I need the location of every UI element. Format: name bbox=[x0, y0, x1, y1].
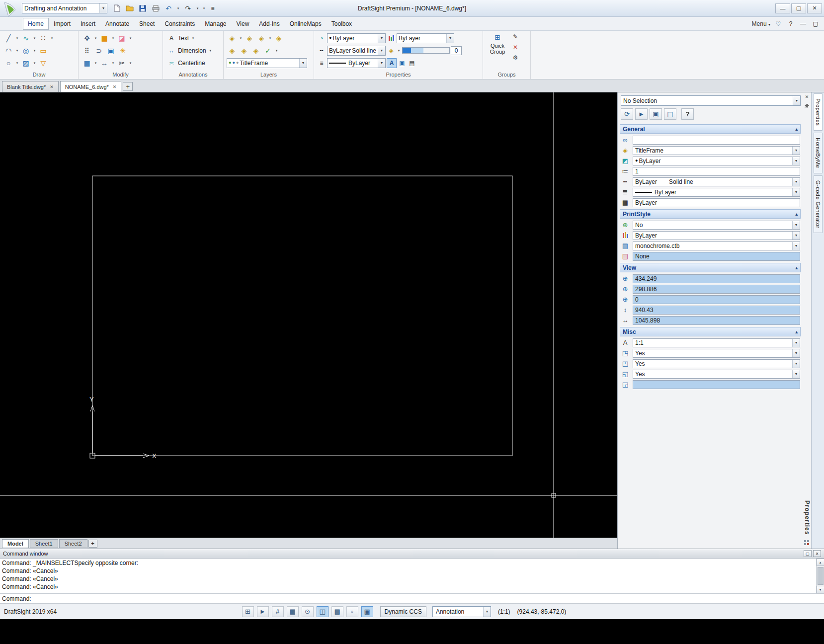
layer-tools-dropdown-icon[interactable]: ▾ bbox=[397, 46, 401, 56]
palette-tab-properties[interactable]: Properties bbox=[814, 93, 823, 131]
select-window-button[interactable]: ▣ bbox=[650, 108, 662, 120]
section-header-view[interactable]: View ▴ bbox=[620, 263, 801, 272]
minimize-button[interactable]: — bbox=[775, 3, 790, 13]
quick-select-button[interactable]: ▤ bbox=[664, 108, 676, 120]
lineweight-combo[interactable]: ByLayer ▾ bbox=[397, 33, 454, 43]
float-window-icon[interactable]: ▢ bbox=[804, 550, 812, 557]
printstyle-table-combo[interactable]: monochrome.ctb▾ bbox=[633, 242, 800, 250]
chevron-down-icon[interactable]: ▾ bbox=[378, 59, 385, 68]
ellipse-tool-button[interactable]: ◎ bbox=[20, 45, 31, 56]
layer-lock-button[interactable]: ◈ bbox=[250, 45, 261, 56]
layers-manager-button[interactable]: ◈ bbox=[227, 33, 238, 44]
print-button[interactable] bbox=[150, 3, 161, 14]
hatch-tool-button[interactable]: ▨ bbox=[20, 58, 31, 69]
palette-tab-gcode-generator[interactable]: G-code Generator bbox=[814, 175, 823, 234]
undo-dropdown-icon[interactable]: ▾ bbox=[176, 3, 180, 13]
chevron-down-icon[interactable]: ▾ bbox=[792, 188, 800, 196]
chevron-down-icon[interactable]: ▾ bbox=[792, 370, 800, 378]
section-header-misc[interactable]: Misc ▴ bbox=[620, 327, 801, 336]
redo-dropdown-icon[interactable]: ▾ bbox=[195, 3, 200, 13]
chevron-down-icon[interactable]: ▾ bbox=[792, 349, 800, 357]
restore-button[interactable]: ▢ bbox=[791, 3, 806, 13]
trim-tool-button[interactable]: ✂ bbox=[116, 58, 127, 69]
layer-isolate-dropdown-icon[interactable]: ▾ bbox=[268, 33, 272, 43]
palette-help-button[interactable]: ? bbox=[681, 108, 694, 120]
erase-tool-button[interactable]: ◪ bbox=[116, 33, 127, 44]
group-settings-button[interactable]: ⚙ bbox=[511, 53, 520, 63]
tab-view[interactable]: View bbox=[232, 18, 254, 30]
lineweight-list-icon[interactable]: ≡ bbox=[317, 58, 326, 68]
workspace-combo[interactable]: Drafting and Annotation ▾ bbox=[22, 3, 107, 13]
layer-state-check-icon[interactable]: ✓ bbox=[262, 45, 273, 56]
circle-tool-button[interactable]: ○ bbox=[3, 58, 14, 69]
chevron-down-icon[interactable]: ▾ bbox=[792, 147, 800, 155]
close-palette-icon[interactable]: ✕ bbox=[804, 93, 811, 100]
chevron-down-icon[interactable]: ▾ bbox=[792, 178, 800, 186]
scroll-up-icon[interactable]: ▴ bbox=[817, 559, 824, 566]
active-layer-combo[interactable]: ● ● ● TitleFrame ▾ bbox=[227, 58, 307, 68]
line-color-combo[interactable]: ●ByLayer▾ bbox=[633, 157, 800, 165]
annotation-list-button[interactable]: ▤ bbox=[408, 58, 416, 68]
ellipse-dropdown-icon[interactable]: ▾ bbox=[32, 46, 37, 56]
palette-options-icon[interactable] bbox=[804, 540, 811, 547]
tab-onlinemaps[interactable]: OnlineMaps bbox=[285, 18, 327, 30]
lineweight-slider[interactable] bbox=[402, 47, 450, 54]
sheet-tab-sheet1[interactable]: Sheet1 bbox=[30, 539, 58, 548]
tab-toolbox[interactable]: Toolbox bbox=[327, 18, 357, 30]
lineweight2-combo[interactable]: ByLayer ▾ bbox=[327, 58, 386, 68]
collapse-icon[interactable]: ▴ bbox=[795, 265, 798, 270]
command-history[interactable]: Command: _MAINSELECTSpecify opposite cor… bbox=[0, 559, 824, 594]
polygon-tool-button[interactable]: ▽ bbox=[38, 58, 49, 69]
scroll-down-icon[interactable]: ▾ bbox=[817, 586, 824, 593]
scrollbar-thumb[interactable] bbox=[818, 567, 824, 585]
ucs-per-view-combo[interactable]: Yes▾ bbox=[633, 370, 800, 379]
chevron-down-icon[interactable]: ▾ bbox=[446, 34, 454, 43]
point-dropdown-icon[interactable]: ▾ bbox=[50, 33, 54, 43]
tab-sheet[interactable]: Sheet bbox=[134, 18, 160, 30]
layer-freeze-button[interactable]: ◈ bbox=[273, 33, 284, 44]
chevron-down-icon[interactable]: ▾ bbox=[483, 607, 491, 617]
layer-tools-icon[interactable]: ◈ bbox=[387, 46, 396, 56]
layer-show-button[interactable]: ◈ bbox=[239, 45, 249, 56]
edit-pattern-tool-button[interactable]: ⠿ bbox=[82, 45, 92, 56]
pattern-dropdown-icon[interactable]: ▾ bbox=[93, 58, 98, 68]
section-header-printstyle[interactable]: PrintStyle ▴ bbox=[620, 209, 801, 219]
grid-toggle[interactable]: # bbox=[272, 606, 284, 617]
erase-dropdown-icon[interactable]: ▾ bbox=[128, 33, 133, 43]
chevron-down-icon[interactable]: ▾ bbox=[792, 232, 800, 240]
new-file-button[interactable] bbox=[111, 3, 122, 14]
trim-dropdown-icon[interactable]: ▾ bbox=[128, 58, 133, 68]
pin-icon[interactable] bbox=[804, 102, 811, 109]
pattern-tool-button[interactable]: ▦ bbox=[82, 58, 92, 69]
lineweight-display-toggle[interactable]: ▣ bbox=[361, 606, 373, 617]
arc-dropdown-icon[interactable]: ▾ bbox=[15, 46, 19, 56]
properties-painter-button[interactable]: ▣ bbox=[105, 45, 116, 56]
centerline-tool-button[interactable]: ≍ Centerline bbox=[166, 58, 206, 68]
close-button[interactable]: ✕ bbox=[807, 3, 822, 13]
snap-mode-toggle[interactable]: ▦ bbox=[287, 606, 299, 617]
lineweight-number[interactable]: 0 bbox=[451, 46, 462, 55]
dimension-dropdown-icon[interactable]: ▾ bbox=[208, 46, 213, 56]
tab-manage[interactable]: Manage bbox=[200, 18, 231, 30]
selection-combo[interactable]: No Selection ▾ bbox=[621, 95, 801, 106]
edit-group-button[interactable]: ✎ bbox=[511, 32, 520, 42]
command-scrollbar[interactable]: ▴ ▾ bbox=[816, 559, 824, 593]
sheet-tab-model[interactable]: Model bbox=[2, 539, 29, 548]
help-icon[interactable]: ? bbox=[786, 20, 795, 27]
hatch-dropdown-icon[interactable]: ▾ bbox=[32, 58, 37, 68]
polar-guide-toggle[interactable]: ◫ bbox=[317, 606, 329, 617]
annotation-visibility-toggle[interactable]: A bbox=[387, 58, 397, 68]
transparency-field[interactable]: ByLayer bbox=[633, 198, 800, 207]
chevron-down-icon[interactable]: ▾ bbox=[99, 3, 107, 13]
close-tab-icon[interactable]: ✕ bbox=[113, 84, 117, 89]
array-dropdown-icon[interactable]: ▾ bbox=[111, 33, 115, 43]
entity-snaps-toggle[interactable]: ⊞ bbox=[242, 606, 254, 617]
text-dropdown-icon[interactable]: ▾ bbox=[191, 33, 195, 43]
drawn-rectangle[interactable] bbox=[92, 176, 512, 456]
arc-tool-button[interactable]: ◠ bbox=[3, 45, 14, 56]
linestyle-icon[interactable]: ╍ bbox=[317, 46, 326, 56]
qat-customize-icon[interactable]: ▾ bbox=[202, 3, 206, 13]
layer-hide-button[interactable]: ◈ bbox=[227, 45, 238, 56]
tab-addins[interactable]: Add-Ins bbox=[254, 18, 284, 30]
command-input[interactable]: Command: bbox=[0, 594, 824, 603]
